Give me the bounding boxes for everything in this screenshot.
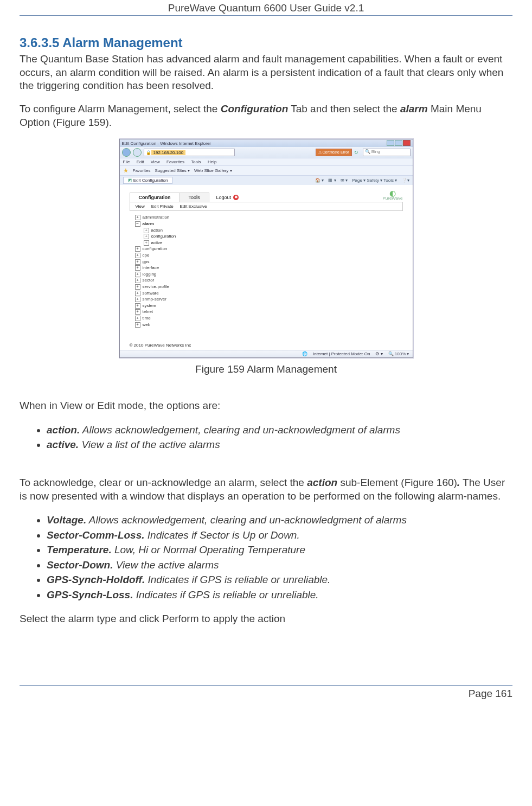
tree-node[interactable]: +logging: [135, 271, 403, 278]
tree-node[interactable]: +sector: [135, 277, 403, 284]
tree-node-configuration[interactable]: +configuration: [144, 233, 403, 240]
menu-view[interactable]: View: [151, 159, 160, 164]
paragraph: The Quantum Base Station has advanced al…: [20, 53, 512, 93]
figure: Edit Configuration - Windows Internet Ex…: [20, 139, 512, 358]
menu-tools[interactable]: Tools: [191, 159, 201, 164]
search-box[interactable]: 🔍 Bing: [363, 149, 411, 156]
expand-icon[interactable]: +: [135, 322, 140, 328]
brand-logo: ◐ PureWave: [382, 190, 402, 201]
tree-node[interactable]: +configuration: [135, 246, 403, 252]
status-bar: 🌐 Internet | Protected Mode: On ⚙ ▾ 🔍 10…: [120, 350, 413, 357]
tree-node[interactable]: +system: [135, 303, 403, 309]
alarm-names-list: Voltage. Allows acknowledgement, clearin…: [36, 513, 512, 602]
expand-icon[interactable]: +: [135, 272, 140, 277]
lock-icon: 🔒: [146, 150, 151, 155]
expand-icon[interactable]: +: [135, 278, 140, 283]
list-item: Temperature. Low, Hi or Normal Operating…: [47, 542, 512, 558]
menu-bar: File Edit View Favorites Tools Help: [120, 158, 413, 165]
list-item: action. Allows acknowledgement, clearing…: [47, 423, 512, 438]
browser-tab[interactable]: ◩ Edit Configuration: [123, 177, 173, 184]
logout-icon: ✖: [233, 195, 239, 200]
address-bar-row: 🔒 192.168.20.100 ⚠ Certificate Error ↻ 🔍…: [120, 147, 413, 158]
certificate-error-button[interactable]: ⚠ Certificate Error: [316, 149, 352, 156]
collapse-icon[interactable]: −: [135, 221, 140, 227]
back-button[interactable]: [122, 148, 131, 157]
paragraph: Select the alarm type and click Perform …: [20, 612, 512, 626]
tree-node[interactable]: +telnet: [135, 309, 403, 315]
internet-zone-icon: 🌐: [302, 351, 307, 356]
expand-icon[interactable]: +: [135, 309, 140, 315]
expand-icon[interactable]: +: [135, 297, 140, 302]
tree-node[interactable]: +snmp-server: [135, 296, 403, 303]
mail-icon[interactable]: ✉ ▾: [341, 178, 348, 183]
web-slice-link[interactable]: Web Slice Gallery ▾: [194, 168, 232, 173]
list-item: Voltage. Allows acknowledgement, clearin…: [47, 513, 512, 528]
window-controls[interactable]: [386, 140, 411, 147]
favorites-icon[interactable]: ★: [123, 167, 129, 174]
suggested-sites-link[interactable]: Suggested Sites ▾: [155, 168, 189, 173]
tab-tools[interactable]: Tools: [180, 193, 209, 202]
tree-node[interactable]: +web: [135, 322, 403, 328]
page-menu[interactable]: Page ▾ Safety ▾ Tools ▾: [352, 178, 397, 183]
section-heading: 3.6.3.5 Alarm Management: [20, 35, 512, 50]
refresh-icon[interactable]: ↻: [354, 150, 358, 155]
expand-icon[interactable]: +: [135, 303, 140, 309]
expand-icon[interactable]: +: [135, 246, 140, 252]
command-bar: 🏠 ▾ ▦ ▾ ✉ ▾ Page ▾ Safety ▾ Tools ▾ ❔▾: [312, 178, 409, 183]
options-list-1: action. Allows acknowledgement, clearing…: [36, 423, 512, 452]
home-icon[interactable]: 🏠 ▾: [315, 178, 324, 183]
figure-caption: Figure 159 Alarm Management: [20, 363, 512, 375]
maximize-icon[interactable]: [395, 140, 402, 146]
favorites-label[interactable]: Favorites: [133, 168, 151, 173]
action-ref: action: [307, 477, 337, 488]
section-number: 3.6.3.5: [20, 35, 59, 50]
forward-button[interactable]: [133, 148, 142, 157]
paragraph: When in View or Edit mode, the options a…: [20, 399, 512, 413]
url-field[interactable]: 🔒 192.168.20.100: [144, 149, 235, 156]
minimize-icon[interactable]: [387, 140, 394, 146]
expand-icon[interactable]: +: [135, 265, 140, 271]
tree-node[interactable]: +software: [135, 290, 403, 297]
tree-node[interactable]: +time: [135, 315, 403, 322]
tree-node-alarm[interactable]: −alarm: [135, 221, 403, 227]
status-text: Internet | Protected Mode: On: [313, 351, 370, 356]
expand-icon[interactable]: +: [135, 253, 140, 258]
list-item: active. View a list of the active alarms: [47, 437, 512, 452]
expand-icon[interactable]: +: [144, 234, 149, 239]
tab-configuration[interactable]: Configuration: [130, 193, 180, 202]
brand-icon: ◐: [382, 190, 402, 196]
list-item: Sector-Comm-Loss. Indicates if Sector is…: [47, 528, 512, 543]
subtab-view[interactable]: View: [136, 204, 145, 209]
tree-node-active[interactable]: +active: [144, 240, 403, 246]
expand-icon[interactable]: +: [135, 316, 140, 321]
expand-icon[interactable]: +: [135, 215, 140, 220]
menu-edit[interactable]: Edit: [137, 159, 144, 164]
help-icon[interactable]: ❔▾: [402, 178, 409, 183]
logout-link[interactable]: Logout ✖: [216, 195, 239, 200]
document-header: PureWave Quantum 6600 User Guide v2.1: [20, 0, 512, 16]
app-content: Configuration Tools Logout ✖ ◐ PureWave …: [120, 185, 413, 348]
tree-node[interactable]: +service-profile: [135, 284, 403, 290]
subtab-edit-exclusive[interactable]: Edit Exclusive: [180, 204, 207, 209]
zoom-control[interactable]: 🔍 100% ▾: [388, 351, 409, 356]
expand-icon[interactable]: +: [135, 291, 140, 296]
menu-file[interactable]: File: [123, 159, 130, 164]
menu-help[interactable]: Help: [208, 159, 216, 164]
expand-icon[interactable]: +: [144, 228, 149, 233]
tree-node-action[interactable]: +action: [144, 227, 403, 234]
close-icon[interactable]: [403, 140, 411, 146]
subtab-edit-private[interactable]: Edit Private: [151, 204, 174, 209]
tab-row: ◩ Edit Configuration 🏠 ▾ ▦ ▾ ✉ ▾ Page ▾ …: [120, 175, 413, 185]
url-value: 192.168.20.100: [151, 150, 186, 155]
tree-node[interactable]: +cpe: [135, 252, 403, 259]
tree-node-administration[interactable]: +administration: [135, 214, 403, 221]
menu-favorites[interactable]: Favorites: [166, 159, 184, 164]
tree-node[interactable]: +interface: [135, 265, 403, 271]
expand-icon[interactable]: +: [135, 259, 140, 265]
expand-icon[interactable]: +: [144, 240, 149, 246]
window-title: Edit Configuration - Windows Internet Ex…: [122, 141, 211, 146]
tree-node[interactable]: +gps: [135, 259, 403, 265]
expand-icon[interactable]: +: [135, 284, 140, 290]
feed-icon[interactable]: ▦ ▾: [328, 178, 336, 183]
list-item: GPS-Synch-Loss. Indicates if GPS is reli…: [47, 587, 512, 603]
